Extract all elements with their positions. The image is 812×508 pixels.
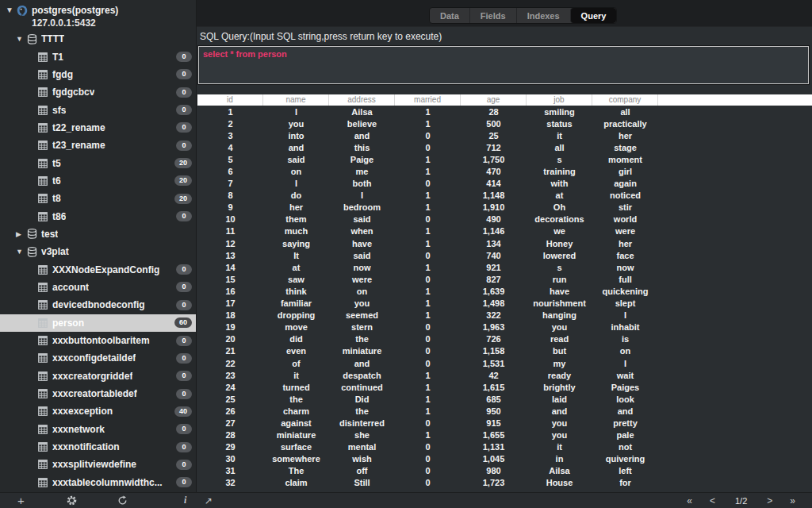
sql-query-input[interactable]: select * from person (198, 46, 809, 84)
sidebar-item-table-person[interactable]: person60 (0, 314, 196, 332)
table-row[interactable]: 26charmthe1950andand (197, 405, 812, 417)
tab-indexes[interactable]: Indexes (516, 8, 570, 23)
sidebar-item-table-xxxtablecolumnwidthc...[interactable]: xxxtablecolumnwidthc...0 (0, 474, 196, 491)
sidebar-item-table-xxxexception[interactable]: xxxexception40 (0, 402, 196, 420)
table-row[interactable]: 5saidPaige11,750smoment (197, 153, 812, 165)
sidebar-item-database-TTTT[interactable]: ▼TTTT (0, 30, 196, 48)
disclosure-triangle-connection[interactable]: ▼ (6, 6, 13, 14)
table-cell: 1 (395, 107, 461, 117)
table-row[interactable]: 29surfacemental01,131itnot (197, 441, 812, 453)
tab-query[interactable]: Query (570, 8, 617, 23)
table-row[interactable]: 8doI11,148atnoticed (197, 190, 812, 202)
table-row[interactable]: 23itdespatch142readywait (197, 369, 812, 381)
sidebar-item-table-T1[interactable]: T10 (0, 48, 196, 65)
table-cell: much (263, 226, 329, 236)
connection-header[interactable]: ▼ postgres(postgres) 127.0.0.1:5432 (0, 0, 196, 30)
export-arrow-icon[interactable]: ↗ (205, 493, 213, 508)
table-cell: smiling (527, 107, 592, 117)
column-header-name[interactable]: name (263, 94, 329, 106)
column-header-married[interactable]: married (395, 94, 461, 106)
table-cell: in (527, 454, 592, 464)
sidebar-item-table-fgdgcbcv[interactable]: fgdgcbcv0 (0, 83, 196, 101)
gear-icon[interactable] (67, 493, 77, 508)
table-row[interactable]: 32claimStill01,723Housefor (197, 477, 812, 489)
table-cell: 0 (395, 359, 461, 368)
table-cell: 414 (461, 179, 527, 188)
column-header-job[interactable]: job (527, 94, 592, 106)
table-cell: 10 (197, 214, 263, 224)
table-row[interactable]: 18droppingseemed1322hangingI (197, 310, 812, 321)
prev-page-button[interactable]: < (701, 495, 724, 506)
sidebar-item-table-sfs[interactable]: sfs0 (0, 101, 196, 118)
tab-data[interactable]: Data (430, 8, 469, 23)
last-page-button[interactable]: » (781, 495, 804, 506)
sidebar-item-table-fgdg[interactable]: fgdg0 (0, 66, 196, 83)
column-header-age[interactable]: age (461, 94, 527, 106)
table-row[interactable]: 14atnow1921snow (197, 261, 812, 273)
table-row[interactable]: 15sawwere0827runfull (197, 273, 812, 285)
table-row[interactable]: 25theDid1685laidlook (197, 393, 812, 405)
table-row[interactable]: 12sayinghave1134Honeyher (197, 237, 812, 249)
info-button[interactable]: i (184, 493, 186, 508)
column-header-id[interactable]: id (197, 94, 263, 106)
column-header-company[interactable]: company (592, 94, 658, 106)
table-row[interactable]: 28miniatureshe11,655youpale (197, 429, 812, 441)
table-row[interactable]: 24turnedcontinued11,615brightlyPaiges (197, 381, 812, 393)
sidebar-item-table-t22_rename[interactable]: t22_rename0 (0, 119, 196, 137)
table-cell: her (263, 202, 329, 212)
disclosure-triangle-icon[interactable]: ▼ (16, 35, 27, 43)
table-row[interactable]: 13Itsaid0740loweredface (197, 249, 812, 261)
add-button[interactable]: + (17, 493, 25, 508)
table-row[interactable]: 16thinkon11,639havequickening (197, 285, 812, 297)
sidebar-item-table-xxxsplitviewdefine[interactable]: xxxsplitviewdefine0 (0, 456, 196, 473)
sidebar-item-table-xxxcreatortabledef[interactable]: xxxcreatortabledef0 (0, 385, 196, 402)
sidebar-item-table-account[interactable]: account0 (0, 279, 196, 296)
table-cell: laid (527, 394, 592, 404)
table-row[interactable]: 3intoand025ither (197, 129, 812, 141)
table-row[interactable]: 4andthis0712allstage (197, 141, 812, 153)
table-cell: 5 (197, 155, 263, 164)
first-page-button[interactable]: « (678, 495, 701, 506)
disclosure-triangle-icon[interactable]: ▼ (16, 248, 27, 256)
table-row[interactable]: 31Theoff0980Ailsaleft (197, 465, 812, 477)
table-cell: said (263, 155, 329, 164)
table-row[interactable]: 11muchwhen11,146wewere (197, 225, 812, 237)
table-cell: 0 (395, 214, 461, 224)
row-count-badge: 0 (176, 264, 192, 275)
table-row[interactable]: 1IAilsa128smilingall (197, 106, 812, 117)
sidebar-item-table-t5[interactable]: t520 (0, 154, 196, 171)
table-row[interactable]: 6onme1470traininggirl (197, 165, 812, 177)
column-header-address[interactable]: address (329, 94, 395, 106)
table-cell: 0 (395, 346, 461, 356)
sidebar-item-table-xxxcreatorgriddef[interactable]: xxxcreatorgriddef0 (0, 368, 196, 385)
sidebar-item-table-xxxnetwork[interactable]: xxxnetwork0 (0, 421, 196, 438)
sidebar-item-table-devicedbnodeconfig[interactable]: devicedbnodeconfig0 (0, 296, 196, 314)
table-row[interactable]: 30somewherewish01,045inquivering (197, 453, 812, 465)
sidebar-item-table-xxxbuttontoolbaritem[interactable]: xxxbuttontoolbaritem0 (0, 332, 196, 349)
sidebar-item-table-t23_rename[interactable]: t23_rename0 (0, 137, 196, 154)
refresh-icon[interactable] (117, 493, 128, 508)
table-row[interactable]: 10themsaid0490decorationsworld (197, 214, 812, 225)
sidebar-item-table-xxxconfigdetaildef[interactable]: xxxconfigdetaildef0 (0, 349, 196, 367)
table-row[interactable]: 27againstdisinterred0915youpretty (197, 417, 812, 429)
tab-fields[interactable]: Fields (469, 8, 516, 23)
table-row[interactable]: 9herbedroom11,910Ohstir (197, 202, 812, 214)
sidebar-item-table-XXXNodeExpandConfig[interactable]: XXXNodeExpandConfig0 (0, 260, 196, 278)
table-row[interactable]: 21evenminiature01,158buton (197, 345, 812, 357)
sidebar-item-table-t86[interactable]: t860 (0, 207, 196, 225)
sidebar-item-table-t8[interactable]: t820 (0, 190, 196, 207)
disclosure-triangle-icon[interactable]: ▶ (16, 230, 27, 238)
table-row[interactable]: 2youbelieve1500statuspractically (197, 117, 812, 129)
table-row[interactable]: 17familiaryou11,498nourishmentslept (197, 298, 812, 310)
sidebar-item-table-xxxnotification[interactable]: xxxnotification0 (0, 438, 196, 456)
sidebar-item-database-v3plat[interactable]: ▼v3plat (0, 243, 196, 260)
table-row[interactable]: 7Iboth0414withagain (197, 178, 812, 190)
next-page-button[interactable]: > (758, 495, 781, 506)
table-cell: said (329, 251, 395, 260)
sidebar-item-database-test[interactable]: ▶test (0, 225, 196, 243)
table-row[interactable]: 19movestern01,963youinhabit (197, 321, 812, 333)
table-row[interactable]: 20didthe0726readis (197, 333, 812, 345)
table-cell: stern (329, 322, 395, 332)
sidebar-item-table-t6[interactable]: t620 (0, 172, 196, 190)
table-row[interactable]: 22ofand01,531myI (197, 357, 812, 369)
